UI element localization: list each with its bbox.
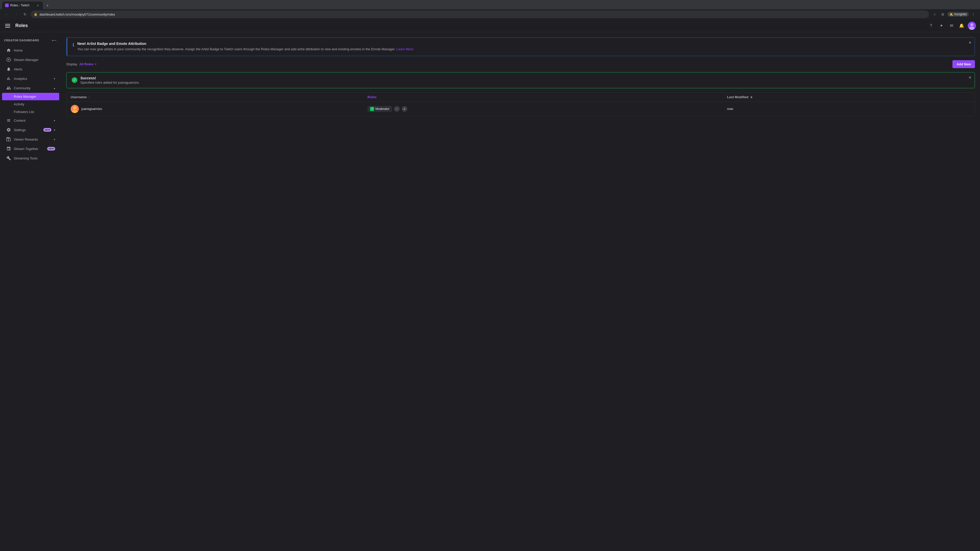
address-actions: ☆ ⧉ 🕵 Incognito ⋮ (931, 11, 977, 18)
toast-title: Success! (80, 76, 966, 80)
back-button[interactable]: ← (3, 11, 10, 18)
sidebar-item-community[interactable]: Community ▴ (2, 83, 59, 93)
user-avatar-small (71, 105, 79, 113)
viewer-rewards-chevron: ▾ (54, 138, 55, 141)
remove-role-button[interactable]: − (394, 106, 400, 112)
sidebar-sub-item-followers-list[interactable]: Followers List (2, 108, 59, 116)
last-modified-header-label: Last Modified (727, 95, 749, 99)
incognito-icon: 🕵 (950, 13, 953, 16)
tab-close-button[interactable]: ✕ (36, 3, 40, 7)
add-role-button[interactable]: + (402, 106, 407, 112)
success-toast: ✓ Success! Specified roles added for jua… (66, 72, 975, 88)
reload-button[interactable]: ↻ (21, 11, 29, 18)
roles-table-wrapper: Username ↑ Roles Last Modified ⇅ (66, 92, 975, 116)
extensions-button[interactable]: ⋮ (970, 11, 977, 18)
app-container: Roles ? ✦ ✉ 🔔 CREATOR DASHBOARD ⟵ Home (0, 19, 980, 551)
stream-manager-icon (6, 57, 11, 62)
info-icon: ℹ (73, 42, 74, 48)
user-cell: juansguarnizo (71, 105, 360, 113)
banner-content: New! Artist Badge and Emote Attribution … (77, 41, 969, 52)
roles-table: Username ↑ Roles Last Modified ⇅ (67, 93, 975, 116)
lock-icon: 🔒 (34, 13, 38, 16)
section-label: CREATOR DASHBOARD (4, 39, 39, 42)
moderator-label: Moderator (375, 107, 390, 111)
sidebar-item-stream-manager[interactable]: Stream Manager (2, 55, 59, 64)
banner-close-button[interactable]: ✕ (969, 41, 972, 44)
svg-point-1 (970, 23, 974, 26)
settings-new-badge: NEW (43, 128, 51, 132)
new-tab-button[interactable]: + (44, 2, 51, 9)
viewer-rewards-label: Viewer Rewards (14, 138, 51, 141)
toast-description: Specified roles added for juansguarnizo. (80, 81, 966, 84)
page-title: Roles (15, 23, 924, 28)
streaming-tools-label: Streaming Tools (14, 156, 55, 160)
last-modified-column-header[interactable]: Last Modified ⇅ (723, 93, 975, 102)
collapse-sidebar-button[interactable]: ⟵ (51, 37, 57, 43)
content-icon (6, 118, 11, 123)
settings-label: Settings (14, 128, 41, 132)
bookmark-button[interactable]: ☆ (931, 11, 938, 18)
last-modified-cell: now (723, 102, 975, 116)
viewer-rewards-icon (6, 137, 11, 142)
incognito-badge[interactable]: 🕵 Incognito (947, 12, 969, 17)
sidebar-sub-item-roles-manager[interactable]: Roles Manager (2, 93, 59, 100)
notifications-button[interactable]: 🔔 (958, 22, 966, 30)
roles-cell-content: ✓ Moderator − + (368, 106, 719, 112)
sidebar-item-alerts[interactable]: Alerts (2, 65, 59, 74)
roles-header-label: Roles (368, 95, 376, 99)
sidebar-item-content[interactable]: Content ▾ (2, 116, 59, 125)
all-roles-filter-button[interactable]: All Roles ▾ (80, 61, 97, 67)
moderator-badge: ✓ Moderator (368, 106, 392, 112)
settings-icon (6, 127, 11, 132)
username-column-header[interactable]: Username ↑ (67, 93, 363, 102)
help-button[interactable]: ? (927, 22, 935, 30)
hamburger-menu[interactable] (4, 22, 12, 30)
sidebar-item-stream-together[interactable]: Stream Together NEW (2, 144, 59, 153)
magic-button[interactable]: ✦ (937, 22, 945, 30)
last-modified-value: now (727, 107, 733, 111)
stream-manager-label: Stream Manager (14, 58, 55, 62)
sidebar-sub-item-activity[interactable]: Activity (2, 100, 59, 108)
tab-search-button[interactable]: ⧉ (939, 11, 946, 18)
toast-close-button[interactable]: ✕ (969, 76, 972, 79)
analytics-chevron: ▾ (54, 77, 55, 80)
learn-more-link[interactable]: Learn More (396, 47, 413, 51)
hamburger-line (5, 27, 10, 27)
table-body: juansguarnizo ✓ Moderator − (67, 102, 975, 116)
table-header: Username ↑ Roles Last Modified ⇅ (67, 93, 975, 102)
sidebar-item-viewer-rewards[interactable]: Viewer Rewards ▾ (2, 135, 59, 144)
active-tab[interactable]: Roles - Twitch ✕ (2, 2, 43, 9)
filter-value: All Roles (80, 62, 94, 66)
content-chevron: ▾ (54, 119, 55, 122)
mail-button[interactable]: ✉ (947, 22, 956, 30)
user-avatar[interactable] (968, 22, 976, 30)
sidebar-item-settings[interactable]: Settings NEW ▾ (2, 125, 59, 135)
banner-description: You can now give artists in your communi… (77, 47, 969, 52)
display-label: Display (66, 62, 77, 66)
forward-button[interactable]: → (12, 11, 19, 18)
stream-together-new-badge: NEW (47, 147, 55, 151)
username-text: juansguarnizo (81, 107, 102, 111)
sidebar-item-analytics[interactable]: Analytics ▾ (2, 74, 59, 83)
roles-manager-label: Roles Manager (14, 95, 36, 98)
username-cell: juansguarnizo (67, 102, 363, 116)
alerts-label: Alerts (14, 67, 55, 71)
filter-row: Display All Roles ▾ Add New (66, 60, 975, 68)
toast-content: Success! Specified roles added for juans… (80, 76, 966, 84)
sidebar-item-streaming-tools[interactable]: Streaming Tools (2, 154, 59, 163)
roles-column-header: Roles (363, 93, 723, 102)
stream-together-label: Stream Together (14, 147, 45, 151)
add-new-button[interactable]: Add New (953, 60, 975, 68)
username-sort-icon: ↑ (89, 96, 90, 99)
main-layout: CREATOR DASHBOARD ⟵ Home Stream Manager (0, 32, 980, 551)
streaming-tools-icon (6, 156, 11, 161)
sidebar-item-home[interactable]: Home (2, 46, 59, 55)
info-banner: ℹ New! Artist Badge and Emote Attributio… (66, 37, 975, 56)
alerts-icon (6, 67, 11, 72)
svg-point-5 (73, 106, 76, 110)
hamburger-line (5, 24, 10, 24)
content-area: ℹ New! Artist Badge and Emote Attributio… (61, 32, 980, 551)
incognito-label: Incognito (954, 13, 967, 16)
url-bar[interactable]: 🔒 dashboard.twitch.tv/u/moodjoy071/commu… (30, 11, 929, 18)
home-label: Home (14, 48, 55, 52)
